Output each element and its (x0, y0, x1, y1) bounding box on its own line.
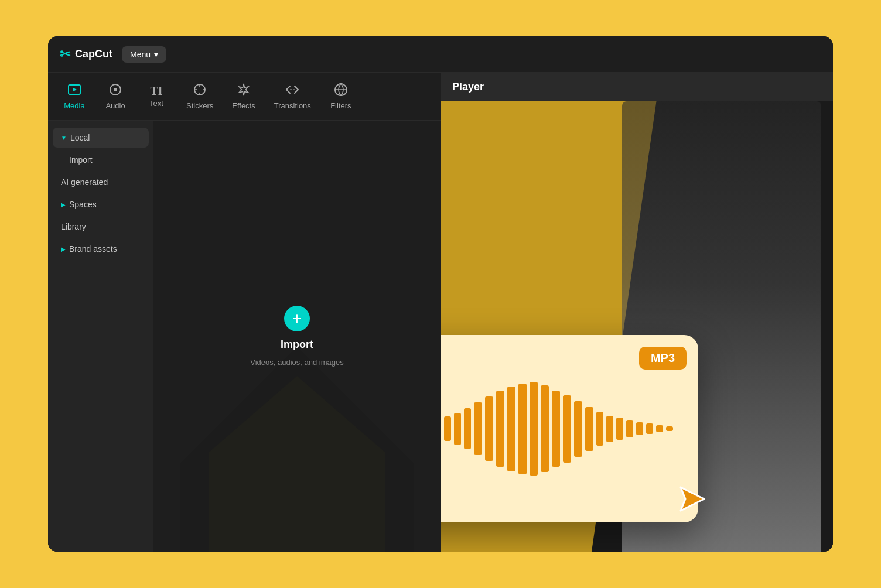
svg-marker-9 (681, 487, 704, 511)
sidebar-item-spaces[interactable]: ▶ Spaces (53, 194, 149, 214)
brand-assets-label: Brand assets (69, 244, 117, 254)
waveform (440, 382, 673, 476)
wave-bar (666, 426, 673, 431)
wave-bar (474, 402, 482, 455)
text-tab-label: Text (149, 99, 163, 108)
mp3-card: MP3 (440, 335, 698, 522)
import-text-label: Import (281, 339, 313, 351)
audio-tab-label: Audio (105, 101, 125, 110)
sidebar-item-ai-generated[interactable]: AI generated (53, 172, 149, 192)
tab-text[interactable]: TI Text (136, 79, 177, 114)
media-tab-label: Media (64, 101, 84, 110)
import-sub-text: Videos, audios, and images (250, 358, 343, 367)
wave-bar (464, 408, 471, 449)
player-title: Player (452, 81, 484, 93)
media-sidebar: ▼ Local Import AI generated ▶ Spaces (48, 121, 153, 552)
svg-marker-1 (73, 88, 77, 91)
app-header: ✂ CapCut Menu ▾ (48, 36, 833, 73)
stickers-icon (193, 83, 207, 99)
wave-bar (507, 387, 515, 471)
tab-stickers[interactable]: Stickers (177, 77, 223, 116)
stickers-tab-label: Stickers (186, 101, 213, 110)
text-icon: TI (150, 85, 162, 97)
transitions-icon (285, 83, 299, 99)
sidebar-item-import[interactable]: Import (53, 150, 149, 170)
tab-transitions[interactable]: Transitions (265, 77, 320, 116)
wave-bar (585, 407, 593, 451)
wave-bar (541, 385, 549, 472)
spaces-arrow-icon: ▶ (61, 201, 66, 208)
logo-icon: ✂ (60, 47, 70, 62)
effects-icon (237, 83, 251, 99)
wave-bar (485, 396, 493, 461)
wave-bar (606, 416, 613, 442)
wave-bar (444, 416, 451, 441)
tab-filters[interactable]: Filters (320, 77, 361, 116)
ai-generated-label: AI generated (61, 177, 108, 187)
filters-tab-label: Filters (330, 101, 351, 110)
filters-icon (334, 83, 348, 99)
wave-bar (563, 395, 571, 463)
effects-tab-label: Effects (232, 101, 255, 110)
app-name: CapCut (75, 48, 112, 60)
svg-point-3 (114, 88, 117, 91)
import-area: + Import Videos, audios, and images (153, 121, 440, 552)
wave-bar (616, 418, 623, 440)
import-center-content: + Import Videos, audios, and images (250, 306, 343, 367)
wave-bar (518, 384, 527, 474)
brand-assets-arrow-icon: ▶ (61, 246, 66, 252)
menu-label: Menu (130, 50, 151, 59)
wave-bar (596, 412, 603, 446)
wave-bar (440, 419, 441, 439)
player-header: Player (440, 73, 833, 101)
mp3-badge: MP3 (639, 347, 687, 370)
main-content: Media Audio TI Text (48, 73, 833, 552)
wave-bar (646, 423, 653, 434)
media-icon (67, 83, 81, 99)
wave-bar (636, 422, 643, 435)
wave-bar (496, 391, 504, 467)
player-content: MP3 (440, 101, 833, 552)
left-panel: Media Audio TI Text (48, 73, 440, 552)
wave-bar (552, 391, 560, 467)
wave-bar (626, 420, 633, 437)
wave-bar (574, 401, 582, 457)
wave-bar (656, 425, 663, 432)
tab-audio[interactable]: Audio (95, 77, 136, 116)
sidebar-item-library[interactable]: Library (53, 217, 149, 237)
tab-media[interactable]: Media (54, 77, 95, 116)
tab-effects[interactable]: Effects (223, 77, 265, 116)
local-label: Local (70, 133, 90, 142)
import-button[interactable]: + (284, 306, 310, 331)
import-label: Import (69, 155, 93, 165)
player-background: MP3 (440, 101, 833, 552)
svg-marker-8 (209, 376, 385, 552)
sidebar-item-brand-assets[interactable]: ▶ Brand assets (53, 239, 149, 259)
app-window: ✂ CapCut Menu ▾ Media (48, 36, 833, 552)
sidebar-item-local[interactable]: ▼ Local (53, 128, 149, 148)
toolbar: Media Audio TI Text (48, 73, 440, 121)
menu-arrow-icon: ▾ (154, 50, 158, 59)
cursor-arrow-icon (675, 481, 710, 517)
local-arrow-icon: ▼ (61, 135, 67, 141)
import-plus-icon: + (292, 309, 302, 328)
spaces-label: Spaces (69, 200, 97, 209)
transitions-tab-label: Transitions (274, 101, 311, 110)
menu-button[interactable]: Menu ▾ (122, 46, 166, 63)
app-logo: ✂ CapCut (60, 47, 112, 62)
panel-body: ▼ Local Import AI generated ▶ Spaces (48, 121, 440, 552)
right-panel: Player MP3 (440, 73, 833, 552)
wave-bar (530, 382, 538, 476)
audio-icon (108, 83, 122, 99)
library-label: Library (61, 222, 86, 231)
wave-bar (454, 413, 461, 445)
